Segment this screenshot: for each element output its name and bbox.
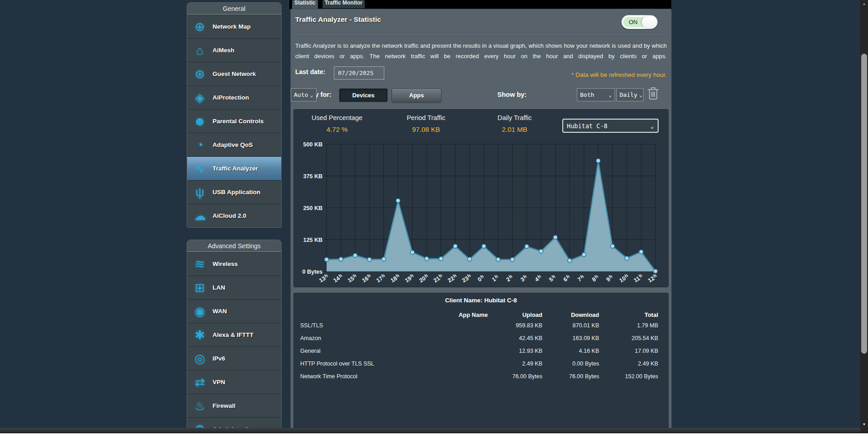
sidebar-item-icon: ⌂ xyxy=(191,41,209,60)
stat-label: Period Traffic xyxy=(390,114,462,121)
sidebar-item-firewall[interactable]: ♨ Firewall xyxy=(187,394,281,417)
chevron-down-icon: ⌄ xyxy=(310,92,313,98)
tab-traffic-monitor[interactable]: Traffic Monitor xyxy=(322,0,365,8)
table-row: Network Time Protocol 76.00 Bytes 76.00 … xyxy=(294,370,668,383)
show-by-select[interactable]: Daily ⌄ xyxy=(616,88,644,101)
toggle-on-label: ON xyxy=(623,17,643,27)
sidebar-header-advanced: Advanced Settings xyxy=(187,240,281,252)
svg-text:0h: 0h xyxy=(476,273,486,283)
sidebar-item-aicloud[interactable]: ☁ AiCloud 2.0 xyxy=(187,204,281,227)
svg-text:23h: 23h xyxy=(461,272,473,284)
cell-download: 870.01 KB xyxy=(542,322,599,329)
svg-text:4h: 4h xyxy=(533,273,543,283)
sidebar-item-icon: ◉ xyxy=(191,302,209,321)
sidebar-item-usb-application[interactable]: ψ USB Application xyxy=(187,180,281,204)
scrollbar-up-arrow-icon[interactable]: ▲ xyxy=(860,0,868,8)
cell-total: 2.49 KB xyxy=(599,361,658,367)
sidebar-item-adaptive-qos[interactable]: ◔ Adaptive QoS xyxy=(187,133,281,156)
client-apps-panel: Client Name: Hubitat C-8 App NameUploadD… xyxy=(293,293,669,428)
svg-text:0 Bytes: 0 Bytes xyxy=(303,269,323,275)
last-date-label: Last date: xyxy=(295,68,325,75)
window-bottom-edge xyxy=(0,433,868,436)
svg-text:16h: 16h xyxy=(360,272,372,284)
svg-text:3h: 3h xyxy=(519,273,529,283)
devices-button[interactable]: Devices xyxy=(339,88,388,102)
client-table-title: Client Name: Hubitat C-8 xyxy=(294,297,668,304)
sidebar-item-guest-network[interactable]: ⊛ Guest Network xyxy=(187,62,281,85)
traffic-analyzer-on-toggle[interactable]: ON xyxy=(621,15,658,29)
tab-label: Statistic xyxy=(294,0,316,9)
cell-total: 1.79 MB xyxy=(599,322,658,329)
sidebar-item-ipv6[interactable]: ◎ IPv6 xyxy=(187,346,281,370)
sidebar-item-lan[interactable]: ⊞ LAN xyxy=(187,276,281,299)
table-header-row: App NameUploadDownloadTotal xyxy=(294,310,668,319)
cell-total: 205.54 KB xyxy=(599,335,658,341)
stat-label: Daily Traffic xyxy=(478,114,551,121)
sidebar-item-icon: ☻ xyxy=(191,112,209,130)
cell-total: 17.09 KB xyxy=(599,348,658,354)
tab-statistic[interactable]: Statistic xyxy=(292,0,318,9)
trash-icon xyxy=(647,85,659,100)
sidebar-item-label: WAN xyxy=(213,308,227,315)
scrollbar-down-arrow-icon[interactable]: ▼ xyxy=(860,421,868,428)
sidebar-item-wireless[interactable]: ≋ Wireless xyxy=(187,252,281,276)
sidebar-item-aiprotection[interactable]: ◈ AiProtection xyxy=(187,85,281,109)
sidebar-item-network-map[interactable]: ⊕ Network Map xyxy=(187,15,281,38)
tab-label: Traffic Monitor xyxy=(325,0,362,8)
sidebar-item-icon: ⊞ xyxy=(191,279,209,297)
table-row: SSL/TLS 959.83 KB 870.01 KB 1.79 MB xyxy=(294,319,668,332)
sidebar-item-icon: ◈ xyxy=(191,89,209,107)
sidebar-item-icon: ♨ xyxy=(191,397,209,415)
delete-data-button[interactable] xyxy=(647,85,659,100)
sidebar-item-parental-controls[interactable]: ☻ Parental Controls xyxy=(187,109,281,133)
sidebar-item-traffic-analyzer[interactable]: ∿ Traffic Analyzer xyxy=(187,156,281,180)
sidebar-header-general: General xyxy=(187,3,281,15)
sidebar-item-icon: ∿ xyxy=(191,160,209,178)
table-row: General 12.93 KB 4.16 KB 17.09 KB xyxy=(294,345,668,357)
cell-upload: 2.49 KB xyxy=(488,361,542,367)
svg-text:20h: 20h xyxy=(417,272,430,284)
svg-text:500 KB: 500 KB xyxy=(303,141,322,148)
svg-text:14h: 14h xyxy=(332,272,344,284)
svg-text:375 KB: 375 KB xyxy=(303,173,322,180)
sidebar-item-label: AiCloud 2.0 xyxy=(213,212,246,219)
svg-text:15h: 15h xyxy=(346,272,358,284)
sidebar-item-alexa-ifttt[interactable]: ✱ Alexa & IFTTT xyxy=(187,323,281,346)
traffic-chart-svg: 0 Bytes125 KB250 KB375 KB500 KB13h14h15h… xyxy=(298,140,665,284)
title-divider xyxy=(293,33,669,33)
toggle-knob[interactable] xyxy=(642,16,657,28)
show-by-select[interactable]: Auto ⌄ xyxy=(291,88,317,101)
chevron-down-icon: ⌄ xyxy=(639,92,642,98)
client-select[interactable]: Hubitat C-8 ⌄ xyxy=(562,119,659,133)
select-value: Daily xyxy=(620,91,637,98)
svg-text:250 KB: 250 KB xyxy=(303,205,322,211)
apps-button[interactable]: Apps xyxy=(392,88,441,102)
cell-app-name: SSL/TLS xyxy=(300,322,488,329)
statistics-chart-panel: Used Percentage 4.72 % Period Traffic 97… xyxy=(293,109,669,287)
cell-download: 0.00 Bytes xyxy=(542,361,599,367)
sidebar-section-general: General ⊕ Network Map ⌂ AiMesh ⊛ Guest N… xyxy=(187,2,282,228)
svg-text:11h: 11h xyxy=(632,272,644,284)
sidebar-item-label: Alexa & IFTTT xyxy=(213,331,253,338)
stat-block: Daily Traffic 2.01 MB xyxy=(478,114,551,133)
sidebar-item-icon: ψ xyxy=(191,183,209,201)
stat-value: 97.08 KB xyxy=(390,125,462,133)
cell-download: 163.09 KB xyxy=(542,335,599,341)
vertical-scrollbar[interactable]: ▲ ▼ xyxy=(860,0,868,433)
sidebar-item-wan[interactable]: ◉ WAN xyxy=(187,299,281,323)
sidebar-item-label: AiProtection xyxy=(213,94,249,101)
sidebar-item-label: Adaptive QoS xyxy=(213,141,253,148)
last-date-input[interactable] xyxy=(334,66,384,80)
sidebar-item-vpn[interactable]: ⇄ VPN xyxy=(187,370,281,394)
cell-app-name: HTTP Protocol over TLS SSL xyxy=(300,361,488,367)
show-by-select[interactable]: Both ⌄ xyxy=(577,88,615,101)
page-title: Traffic Analyzer - Statistic xyxy=(295,15,381,24)
sidebar-item-icon: ⇄ xyxy=(191,373,209,391)
sidebar-item-icon: ≋ xyxy=(191,255,209,273)
traffic-chart: 0 Bytes125 KB250 KB375 KB500 KB13h14h15h… xyxy=(298,140,665,284)
sidebar-item-aimesh[interactable]: ⌂ AiMesh xyxy=(187,38,281,62)
scrollbar-thumb[interactable] xyxy=(861,54,867,354)
svg-text:18h: 18h xyxy=(389,272,401,284)
cell-app-name: General xyxy=(300,348,488,354)
sidebar-item-label: Parental Controls xyxy=(213,118,264,125)
